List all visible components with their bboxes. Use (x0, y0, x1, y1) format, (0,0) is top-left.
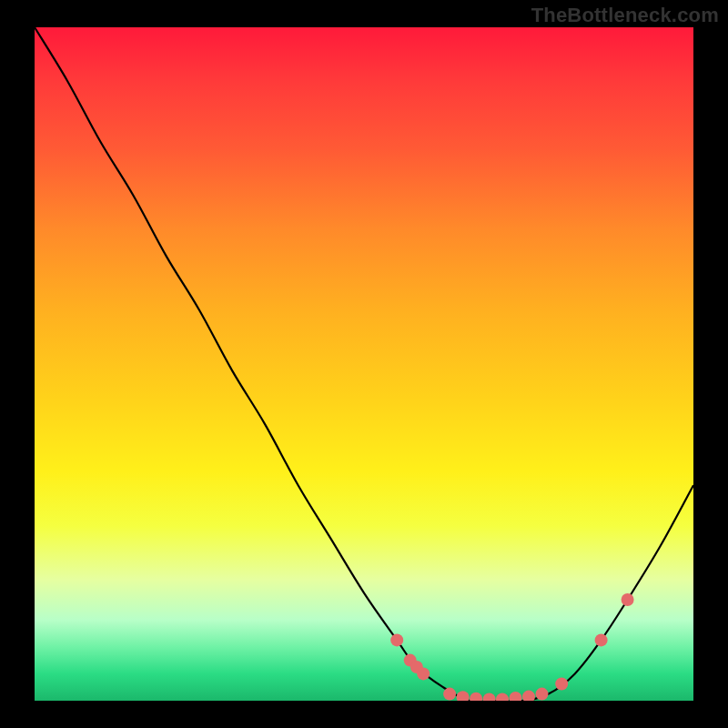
curve-marker (555, 678, 568, 691)
curve-svg (35, 27, 693, 701)
watermark-text: TheBottleneck.com (531, 4, 719, 27)
curve-marker (470, 693, 482, 701)
curve-marker (457, 691, 470, 701)
curve-marker (522, 691, 535, 701)
curve-marker (417, 667, 430, 680)
plot-area (35, 27, 693, 701)
curve-marker (536, 688, 549, 701)
curve-marker (443, 688, 456, 701)
curve-marker (595, 633, 608, 646)
chart-frame: TheBottleneck.com (0, 0, 728, 728)
curve-marker (510, 692, 522, 701)
curve-marker (622, 593, 634, 606)
curve-marker (483, 693, 496, 702)
curve-marker (390, 633, 403, 646)
bottleneck-curve-line (35, 27, 693, 701)
curve-marker (496, 693, 509, 702)
